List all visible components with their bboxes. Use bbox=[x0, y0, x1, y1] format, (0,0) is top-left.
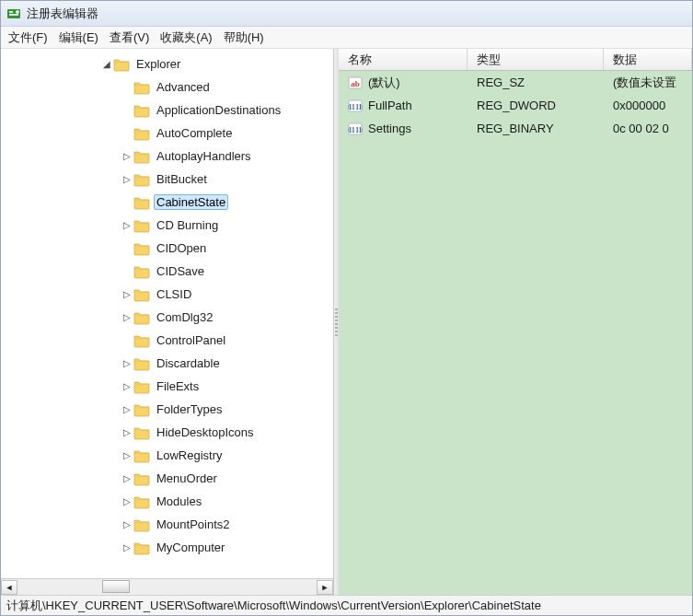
expand-icon[interactable]: ▷ bbox=[121, 404, 133, 414]
folder-icon bbox=[133, 264, 150, 279]
tree-node[interactable]: ▷HideDesktopIcons bbox=[1, 421, 333, 444]
expand-icon[interactable]: ▷ bbox=[121, 473, 133, 483]
tree-label: BitBucket bbox=[154, 171, 210, 187]
col-header-data[interactable]: 数据 bbox=[604, 49, 692, 70]
menu-favorites[interactable]: 收藏夹(A) bbox=[160, 29, 212, 46]
folder-icon bbox=[133, 425, 150, 440]
list-header: 名称 类型 数据 bbox=[339, 49, 692, 71]
menu-help[interactable]: 帮助(H) bbox=[224, 29, 264, 46]
value-name: FullPath bbox=[368, 99, 412, 112]
menu-edit[interactable]: 编辑(E) bbox=[59, 29, 98, 46]
folder-icon bbox=[133, 103, 150, 118]
tree-node[interactable]: ▷MountPoints2 bbox=[1, 513, 333, 536]
value-row[interactable]: 011 110SettingsREG_BINARY0c 00 02 0 bbox=[339, 117, 692, 140]
tree-label: FolderTypes bbox=[154, 401, 225, 417]
tree-node[interactable]: ▷LowRegistry bbox=[1, 444, 333, 467]
folder-icon bbox=[133, 287, 150, 302]
tree-label: ApplicationDestinations bbox=[154, 102, 283, 118]
tree-node[interactable]: Advanced bbox=[1, 76, 333, 99]
expand-icon[interactable]: ▷ bbox=[121, 427, 133, 437]
regedit-icon bbox=[6, 6, 21, 21]
menubar: 文件(F) 编辑(E) 查看(V) 收藏夹(A) 帮助(H) bbox=[1, 27, 692, 49]
tree-node[interactable]: ▷BitBucket bbox=[1, 168, 333, 191]
collapse-icon[interactable]: ◢ bbox=[100, 59, 113, 69]
tree-node[interactable]: AutoComplete bbox=[1, 122, 333, 145]
expand-icon[interactable]: ▷ bbox=[121, 312, 133, 322]
tree-node[interactable]: ▷Discardable bbox=[1, 352, 333, 375]
expand-icon[interactable]: ▷ bbox=[121, 542, 133, 552]
folder-icon bbox=[133, 517, 150, 532]
tree-node-explorer[interactable]: ◢Explorer bbox=[1, 52, 333, 76]
tree-node[interactable]: ApplicationDestinations bbox=[1, 99, 333, 122]
folder-icon bbox=[133, 540, 150, 555]
tree-node[interactable]: ▷CLSID bbox=[1, 283, 333, 306]
tree-node[interactable]: CabinetState bbox=[1, 191, 333, 214]
tree-node[interactable]: ▷MenuOrder bbox=[1, 467, 333, 490]
tree-node[interactable]: ▷FileExts bbox=[1, 375, 333, 398]
binary-value-icon: 011 110 bbox=[348, 122, 363, 136]
svg-point-3 bbox=[16, 10, 19, 14]
tree-pane: ◢ExplorerAdvancedApplicationDestinations… bbox=[1, 49, 334, 595]
folder-icon bbox=[133, 310, 150, 325]
tree-label: Explorer bbox=[133, 56, 183, 72]
folder-icon bbox=[133, 126, 150, 141]
scroll-left-icon[interactable]: ◄ bbox=[1, 580, 17, 595]
tree-label: CD Burning bbox=[154, 217, 221, 233]
tree-node[interactable]: ▷AutoplayHandlers bbox=[1, 145, 333, 168]
expand-icon[interactable]: ▷ bbox=[121, 289, 133, 299]
titlebar: 注册表编辑器 bbox=[1, 1, 692, 27]
scroll-thumb[interactable] bbox=[102, 580, 130, 593]
tree-label: AutoComplete bbox=[154, 125, 235, 141]
splitter[interactable] bbox=[334, 49, 339, 595]
tree-node[interactable]: CIDOpen bbox=[1, 237, 333, 260]
tree-label: Modules bbox=[154, 494, 204, 509]
tree-label: AutoplayHandlers bbox=[154, 148, 254, 164]
tree-scroll[interactable]: ◢ExplorerAdvancedApplicationDestinations… bbox=[1, 49, 333, 578]
string-value-icon: ab bbox=[348, 76, 363, 90]
svg-text:ab: ab bbox=[351, 79, 360, 88]
value-row[interactable]: 011 110FullPathREG_DWORD0x000000 bbox=[339, 94, 692, 117]
folder-icon bbox=[133, 494, 150, 509]
folder-icon bbox=[133, 241, 150, 256]
binary-value-icon: 011 110 bbox=[348, 99, 363, 113]
values-list[interactable]: ab(默认)REG_SZ(数值未设置011 110FullPathREG_DWO… bbox=[339, 71, 692, 595]
col-header-type[interactable]: 类型 bbox=[468, 49, 604, 70]
expand-icon[interactable]: ▷ bbox=[121, 220, 133, 230]
tree-node[interactable]: ▷CD Burning bbox=[1, 214, 333, 237]
expand-icon[interactable]: ▷ bbox=[121, 450, 133, 460]
scroll-right-icon[interactable]: ► bbox=[317, 580, 333, 595]
status-path: 计算机\HKEY_CURRENT_USER\Software\Microsoft… bbox=[6, 598, 541, 614]
expand-icon[interactable]: ▷ bbox=[121, 519, 133, 529]
registry-editor-window: 注册表编辑器 文件(F) 编辑(E) 查看(V) 收藏夹(A) 帮助(H) ◢E… bbox=[0, 0, 693, 616]
tree-node[interactable]: CIDSave bbox=[1, 260, 333, 283]
expand-icon[interactable]: ▷ bbox=[121, 151, 133, 161]
value-row[interactable]: ab(默认)REG_SZ(数值未设置 bbox=[339, 71, 692, 94]
expand-icon[interactable]: ▷ bbox=[121, 358, 133, 368]
tree-label: CIDSave bbox=[154, 263, 207, 279]
menu-view[interactable]: 查看(V) bbox=[110, 29, 149, 46]
tree-label: CLSID bbox=[154, 286, 194, 302]
tree-node[interactable]: ▷Modules bbox=[1, 490, 333, 513]
expand-icon[interactable]: ▷ bbox=[121, 174, 133, 184]
svg-text:011 110: 011 110 bbox=[348, 102, 363, 110]
scroll-track[interactable] bbox=[17, 580, 317, 595]
tree-node[interactable]: ▷FolderTypes bbox=[1, 398, 333, 421]
col-header-name[interactable]: 名称 bbox=[339, 49, 468, 70]
tree-label: MyComputer bbox=[154, 540, 227, 555]
folder-icon bbox=[133, 402, 150, 417]
expand-icon[interactable]: ▷ bbox=[121, 496, 133, 506]
expand-icon[interactable]: ▷ bbox=[121, 381, 133, 391]
value-name-cell: 011 110FullPath bbox=[339, 99, 468, 113]
tree-label: CIDOpen bbox=[154, 240, 209, 256]
tree-label: MountPoints2 bbox=[154, 517, 233, 532]
folder-icon bbox=[133, 356, 150, 371]
tree-horizontal-scrollbar[interactable]: ◄ ► bbox=[1, 578, 333, 595]
tree-label: MenuOrder bbox=[154, 471, 220, 486]
tree-node[interactable]: ControlPanel bbox=[1, 329, 333, 352]
tree-node[interactable]: ▷MyComputer bbox=[1, 536, 333, 559]
tree-label: ComDlg32 bbox=[154, 309, 215, 325]
tree-node[interactable]: ▷ComDlg32 bbox=[1, 306, 333, 329]
menu-file[interactable]: 文件(F) bbox=[8, 29, 48, 46]
folder-icon bbox=[133, 379, 150, 394]
value-type-cell: REG_BINARY bbox=[468, 122, 604, 135]
